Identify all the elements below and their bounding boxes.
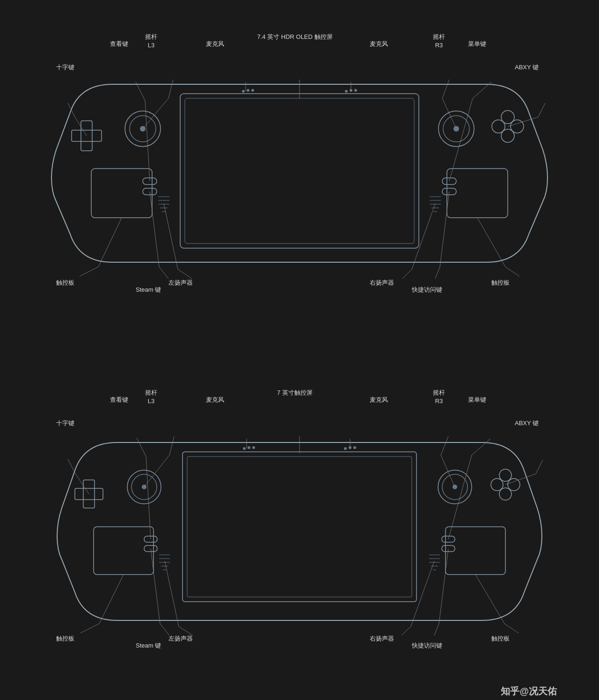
label-oled-screen: 7.4 英寸 HDR OLED 触控屏 — [257, 33, 332, 41]
svg-line-124 — [475, 575, 504, 624]
label-lcd-touchpad-right: 触控板 — [491, 634, 510, 643]
svg-point-94 — [248, 446, 250, 449]
label-oled-left-speaker: 左扬声器 — [168, 279, 193, 287]
svg-line-38 — [145, 101, 150, 181]
label-oled-view-key: 查看键 — [110, 40, 128, 48]
label-lcd-mic-right: 麦克风 — [370, 396, 388, 404]
lcd-deck-svg — [42, 412, 557, 646]
svg-point-30 — [242, 90, 245, 93]
svg-line-54 — [159, 267, 168, 279]
oled-section: 十字键 查看键 摇杆L3 麦克风 7.4 英寸 HDR OLED 触控屏 麦克风… — [42, 19, 557, 346]
svg-rect-63 — [183, 452, 416, 602]
watermark: 知乎@况天佑 — [501, 685, 557, 698]
svg-line-59 — [440, 192, 449, 267]
svg-line-57 — [412, 204, 435, 269]
svg-line-40 — [143, 98, 168, 129]
svg-point-31 — [247, 89, 249, 92]
svg-line-53 — [150, 192, 159, 267]
svg-rect-64 — [187, 457, 412, 597]
svg-line-123 — [434, 624, 439, 635]
svg-point-82 — [491, 479, 503, 491]
label-oled-menu-key: 菜单键 — [468, 40, 486, 48]
svg-line-58 — [402, 269, 412, 279]
svg-line-50 — [538, 103, 545, 117]
svg-line-121 — [402, 626, 411, 635]
label-lcd-screen: 7 英寸触控屏 — [277, 389, 313, 397]
svg-line-116 — [151, 549, 160, 624]
svg-line-102 — [137, 438, 146, 457]
svg-point-93 — [243, 447, 246, 450]
svg-point-21 — [501, 111, 514, 124]
svg-line-118 — [165, 561, 179, 626]
label-lcd-mic-left: 麦克风 — [206, 396, 224, 404]
svg-point-83 — [508, 479, 520, 491]
svg-point-84 — [499, 469, 511, 481]
svg-line-109 — [441, 436, 448, 455]
svg-line-115 — [80, 624, 99, 633]
label-oled-steam-key: Steam 键 — [136, 286, 161, 294]
oled-deck-svg — [42, 56, 557, 290]
svg-line-56 — [178, 269, 192, 279]
svg-point-98 — [353, 446, 356, 449]
label-lcd-left-speaker: 左扬声器 — [168, 634, 193, 643]
label-oled-mic-left: 麦克风 — [206, 40, 224, 48]
label-oled-mic-right: 麦克风 — [370, 40, 388, 48]
label-oled-l3: 摇杆L3 — [145, 33, 157, 50]
svg-point-33 — [345, 90, 348, 93]
svg-point-32 — [251, 89, 254, 92]
svg-line-117 — [160, 624, 169, 635]
label-lcd-view-key: 查看键 — [110, 396, 128, 404]
label-oled-r3: 摇杆R3 — [433, 33, 445, 50]
svg-point-35 — [354, 89, 357, 92]
label-lcd-right-speaker: 右扬声器 — [370, 634, 394, 643]
svg-line-55 — [164, 204, 178, 269]
svg-line-113 — [536, 460, 543, 474]
svg-line-120 — [411, 561, 434, 626]
svg-line-125 — [504, 624, 519, 633]
label-oled-right-speaker: 右扬声器 — [370, 279, 394, 287]
svg-rect-87 — [442, 545, 455, 552]
svg-line-111 — [472, 439, 490, 455]
label-lcd-menu-key: 菜单键 — [468, 396, 486, 404]
svg-line-52 — [80, 267, 98, 276]
svg-point-95 — [252, 446, 255, 449]
svg-line-114 — [99, 575, 124, 624]
svg-line-99 — [75, 473, 89, 494]
svg-rect-0 — [180, 94, 419, 248]
label-oled-quick-access: 快捷访问键 — [412, 286, 442, 294]
page-container: 十字键 查看键 摇杆L3 麦克风 7.4 英寸 HDR OLED 触控屏 麦克风… — [0, 0, 599, 700]
svg-line-61 — [477, 218, 505, 267]
svg-line-62 — [505, 267, 519, 276]
svg-line-103 — [144, 455, 169, 487]
svg-line-122 — [439, 549, 448, 624]
svg-rect-72 — [144, 545, 157, 552]
label-lcd-l3: 摇杆L3 — [145, 389, 157, 405]
svg-line-60 — [435, 267, 440, 279]
svg-point-96 — [344, 447, 347, 450]
svg-line-46 — [442, 80, 449, 98]
svg-rect-1 — [185, 98, 414, 243]
svg-line-41 — [168, 80, 173, 98]
label-oled-touchpad-right: 触控板 — [491, 279, 510, 287]
svg-line-51 — [98, 218, 122, 267]
svg-line-104 — [169, 436, 174, 455]
label-lcd-touchpad-left: 触控板 — [56, 634, 74, 643]
label-oled-touchpad-left: 触控板 — [56, 279, 74, 287]
label-lcd-r3: 摇杆R3 — [433, 389, 445, 405]
label-lcd-steam-key: Steam 键 — [136, 641, 161, 650]
svg-point-81 — [499, 488, 511, 500]
lcd-section: 十字键 查看键 摇杆L3 麦克风 7 英寸触控屏 麦克风 摇杆R3 菜单键 AB… — [42, 375, 557, 700]
label-lcd-quick-access: 快捷访问键 — [412, 641, 442, 650]
svg-line-100 — [68, 459, 75, 473]
